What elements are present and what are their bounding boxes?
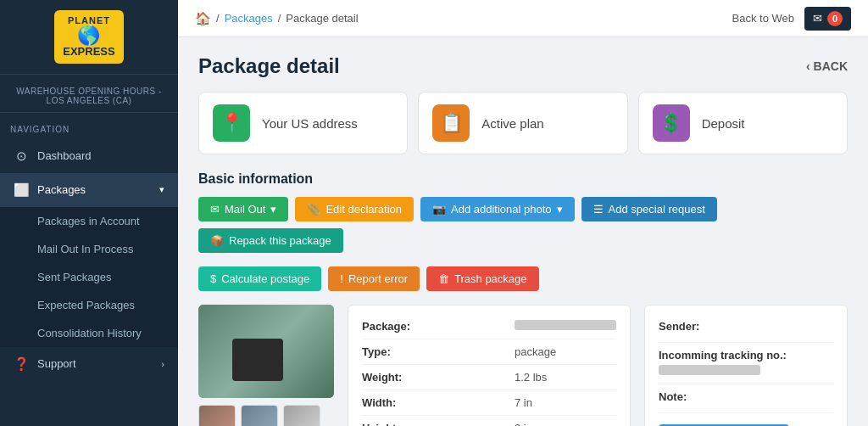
thumbnail-1[interactable] xyxy=(198,405,236,426)
weight-label: Weight: xyxy=(362,371,515,384)
calculate-postage-button[interactable]: $ Calculate postage xyxy=(198,266,321,291)
active-plan-card[interactable]: 📋 Active plan xyxy=(418,92,627,154)
package-thumbnails xyxy=(198,405,334,426)
thumbnail-2[interactable] xyxy=(241,405,278,426)
height-value: 3 in xyxy=(515,422,616,426)
chevron-down-icon: ▾ xyxy=(159,184,164,195)
package-id-row: Package: xyxy=(362,314,616,339)
chevron-right-icon: › xyxy=(161,359,164,369)
breadcrumb-sep: / xyxy=(216,12,220,25)
mail-out-button[interactable]: ✉ Mail Out ▾ xyxy=(198,197,288,221)
weight-row: Weight: 1.2 lbs xyxy=(362,365,616,390)
sidebar-logo: PLANET 🌎 EXPRESS xyxy=(0,0,178,75)
type-row: Type: package xyxy=(362,339,616,365)
package-main-image[interactable] xyxy=(198,305,334,398)
package-id-value xyxy=(515,320,616,333)
notification-badge: 0 xyxy=(827,11,843,26)
list-icon: ☰ xyxy=(593,203,604,216)
logo-box: PLANET 🌎 EXPRESS xyxy=(54,10,123,64)
image-placeholder xyxy=(198,305,334,398)
warehouse-info: WAREHOUSE OPENING HOURS - LOS ANGELES (C… xyxy=(0,75,178,113)
sidebar-item-packages[interactable]: ⬜ Packages ▾ xyxy=(0,173,178,207)
repack-icon: 📦 xyxy=(210,234,224,247)
page-content: Package detail ‹ BACK 📍 Your US address … xyxy=(178,37,868,426)
note-row: Note: xyxy=(659,384,833,413)
sidebar-item-sent-packages[interactable]: Sent Packages xyxy=(0,263,178,291)
logo-express-text: EXPRESS xyxy=(63,46,114,58)
deposit-icon: 💲 xyxy=(653,104,690,142)
nav-label: NAVIGATION xyxy=(0,113,178,139)
page-header: Package detail ‹ BACK xyxy=(198,54,848,78)
dropdown-arrow-icon: ▾ xyxy=(270,203,276,216)
sender-row: Sender: xyxy=(659,314,833,343)
sidebar-item-label: Packages xyxy=(37,183,86,196)
home-icon[interactable]: 🏠 xyxy=(195,11,211,26)
package-id-label: Package: xyxy=(362,320,515,333)
height-label: Height: xyxy=(362,422,515,426)
breadcrumb-packages[interactable]: Packages xyxy=(225,12,273,25)
repack-label: Repack this package xyxy=(229,234,331,247)
edit-declaration-label: Edit declaration xyxy=(326,203,402,216)
add-photo-label: Add additional photo xyxy=(451,203,552,216)
type-value: package xyxy=(515,345,616,358)
camera-icon: 📷 xyxy=(432,203,446,216)
trash-package-label: Trash package xyxy=(454,272,527,285)
breadcrumb-current: Package detail xyxy=(286,12,358,25)
dollar-icon: $ xyxy=(210,272,216,285)
notification-button[interactable]: ✉ 0 xyxy=(804,7,851,31)
address-icon: 📍 xyxy=(213,104,250,142)
sidebar-item-expected-packages[interactable]: Expected Packages xyxy=(0,291,178,319)
width-row: Width: 7 in xyxy=(362,390,616,416)
add-photo-button[interactable]: 📷 Add additional photo ▾ xyxy=(420,197,575,221)
tracking-row: Incomming tracking no.: xyxy=(659,343,833,384)
repack-button[interactable]: 📦 Repack this package xyxy=(198,228,343,253)
warning-icon: ! xyxy=(340,272,343,285)
height-row: Height: 3 in xyxy=(362,416,616,426)
report-error-button[interactable]: ! Report error xyxy=(328,266,420,291)
action-buttons: ✉ Mail Out ▾ 📎 Edit declaration 📷 Add ad… xyxy=(198,197,848,253)
sender-label: Sender: xyxy=(659,320,833,333)
active-plan-label: Active plan xyxy=(481,116,543,131)
topbar-right: Back to Web ✉ 0 xyxy=(732,7,851,31)
action-buttons-row2: $ Calculate postage ! Report error 🗑 Tra… xyxy=(198,266,848,291)
add-special-request-label: Add special request xyxy=(609,203,705,216)
trash-package-button[interactable]: 🗑 Trash package xyxy=(426,266,539,291)
width-label: Width: xyxy=(362,396,515,409)
mail-out-icon: ✉ xyxy=(210,203,220,216)
trash-icon: 🗑 xyxy=(438,272,449,285)
edit-icon: 📎 xyxy=(307,203,320,216)
tracking-blur xyxy=(659,365,760,375)
breadcrumb-sep2: / xyxy=(278,12,281,25)
us-address-card[interactable]: 📍 Your US address xyxy=(198,92,408,154)
weight-value: 1.2 lbs xyxy=(515,371,616,384)
package-right-column: Sender: Incomming tracking no.: Note: ⬇ … xyxy=(644,305,848,426)
thumbnail-3[interactable] xyxy=(283,405,320,426)
add-special-request-button[interactable]: ☰ Add special request xyxy=(581,197,717,221)
tracking-label: Incomming tracking no.: xyxy=(659,349,833,362)
dashboard-icon: ⊙ xyxy=(14,149,29,164)
mail-icon: ✉ xyxy=(813,12,822,25)
breadcrumb: 🏠 / Packages / Package detail xyxy=(195,11,359,26)
width-value: 7 in xyxy=(515,396,616,409)
sidebar-item-support[interactable]: ❓ Support › xyxy=(0,347,178,381)
sidebar-item-dashboard[interactable]: ⊙ Dashboard xyxy=(0,139,178,173)
logo-globe-icon: 🌎 xyxy=(77,25,100,46)
us-address-label: Your US address xyxy=(262,116,358,131)
back-to-web-link[interactable]: Back to Web xyxy=(732,12,794,25)
sidebar-item-mail-out[interactable]: Mail Out In Process xyxy=(0,235,178,263)
edit-declaration-button[interactable]: 📎 Edit declaration xyxy=(295,197,414,221)
back-button[interactable]: ‹ BACK xyxy=(806,59,848,73)
packages-submenu: Packages in Account Mail Out In Process … xyxy=(0,207,178,347)
basic-info-title: Basic information xyxy=(198,171,848,187)
deposit-card[interactable]: 💲 Deposit xyxy=(638,92,848,154)
sidebar: PLANET 🌎 EXPRESS WAREHOUSE OPENING HOURS… xyxy=(0,0,178,426)
sidebar-item-consolidation-history[interactable]: Consolidation History xyxy=(0,319,178,347)
type-label: Type: xyxy=(362,345,515,358)
page-title: Package detail xyxy=(198,54,340,78)
deposit-label: Deposit xyxy=(702,116,745,131)
info-cards: 📍 Your US address 📋 Active plan 💲 Deposi… xyxy=(198,92,848,154)
report-error-label: Report error xyxy=(348,272,408,285)
sidebar-item-packages-in-account[interactable]: Packages in Account xyxy=(0,207,178,235)
packages-icon: ⬜ xyxy=(14,182,29,198)
plan-icon: 📋 xyxy=(432,104,470,142)
